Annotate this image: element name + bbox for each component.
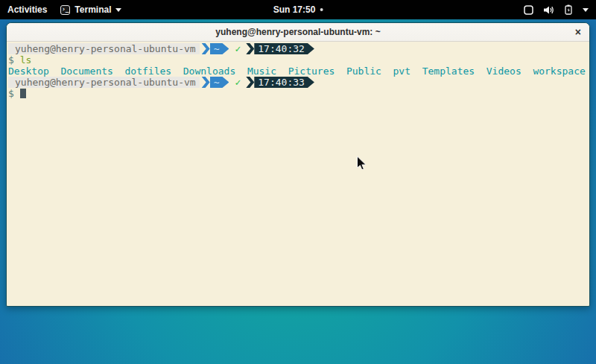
command-text: ls [20, 54, 32, 66]
dir-item: dotfiles [125, 66, 172, 77]
check-icon: ✓ [235, 77, 241, 88]
dir-item: Videos [486, 66, 522, 77]
prompt-cwd: ~ [210, 43, 229, 54]
dir-item: Pictures [288, 66, 335, 77]
top-bar: Activities ›_ Terminal Sun 17:50 [0, 0, 596, 19]
dir-item: pvt [393, 66, 410, 77]
command-line: $ ls [8, 54, 588, 66]
prompt-char: $ [8, 88, 14, 99]
chevron-down-icon [115, 8, 121, 12]
dir-item: Documents [60, 66, 112, 77]
chevron-down-icon [583, 8, 589, 12]
prompt-line: yuheng@henry-personal-ubuntu-vm ~ ✓ 17:4… [8, 43, 588, 54]
prompt-user-host: yuheng@henry-personal-ubuntu-vm [8, 43, 200, 54]
volume-icon [543, 5, 554, 15]
prompt-char: $ [8, 54, 14, 66]
input-line[interactable]: $ [8, 88, 588, 99]
text-cursor [20, 89, 26, 98]
dir-item: Desktop [8, 66, 49, 77]
clock-button[interactable]: Sun 17:50 [273, 0, 323, 19]
prompt-time: 17:40:32 [254, 43, 314, 54]
display-icon [524, 5, 533, 15]
prompt-cwd: ~ [210, 77, 229, 88]
notification-dot [320, 8, 323, 11]
activities-button[interactable]: Activities [7, 4, 47, 15]
ls-output-line: Desktop Documents dotfiles Downloads Mus… [8, 66, 588, 77]
powerline-arrow-icon [246, 43, 254, 54]
window-title: yuheng@henry-personal-ubuntu-vm: ~ [215, 27, 380, 37]
prompt-user-host: yuheng@henry-personal-ubuntu-vm [8, 77, 200, 88]
window-titlebar[interactable]: yuheng@henry-personal-ubuntu-vm: ~ × [7, 23, 589, 42]
dir-item: Templates [422, 66, 475, 77]
powerline-arrow-icon [202, 43, 210, 54]
app-menu-label: Terminal [74, 4, 111, 15]
top-bar-left: Activities ›_ Terminal [7, 4, 121, 15]
dir-item: Public [346, 66, 381, 77]
activities-label: Activities [7, 4, 47, 15]
prompt-time: 17:40:33 [254, 77, 314, 88]
clock-label: Sun 17:50 [273, 4, 316, 15]
dir-item: Music [247, 66, 276, 77]
dir-item: workspace [533, 66, 585, 77]
terminal-app-icon: ›_ [60, 5, 70, 15]
terminal-content[interactable]: yuheng@henry-personal-ubuntu-vm ~ ✓ 17:4… [7, 42, 589, 307]
powerline-arrow-icon [202, 77, 210, 88]
terminal-window: yuheng@henry-personal-ubuntu-vm: ~ × yuh… [6, 22, 590, 307]
system-status-area[interactable] [524, 4, 589, 15]
prompt-line: yuheng@henry-personal-ubuntu-vm ~ ✓ 17:4… [8, 77, 588, 88]
dir-item: Downloads [183, 66, 235, 77]
battery-charging-icon [564, 4, 573, 15]
close-button[interactable]: × [575, 27, 581, 37]
powerline-arrow-icon [246, 77, 254, 88]
app-menu-terminal[interactable]: ›_ Terminal [60, 4, 121, 15]
check-icon: ✓ [235, 43, 241, 54]
